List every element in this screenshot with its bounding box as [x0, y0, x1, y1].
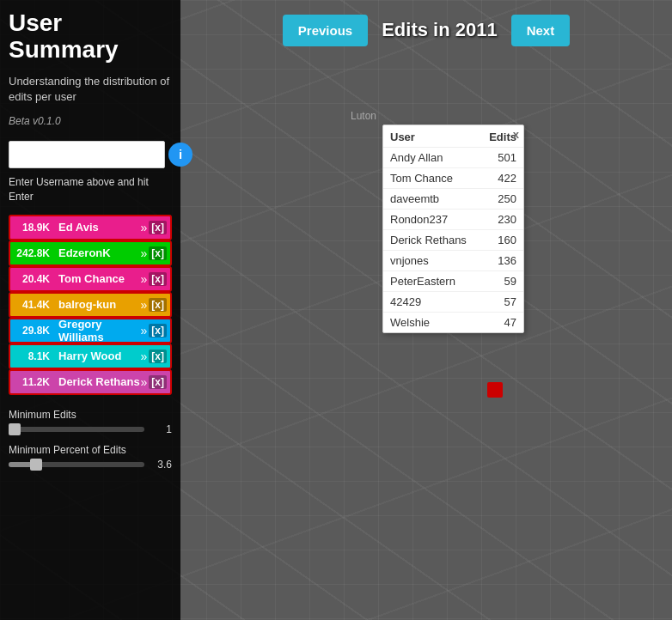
- min-percent-label: Minimum Percent of Edits: [9, 444, 172, 456]
- min-percent-slider-row: 3.6: [9, 459, 172, 471]
- map-marker: [487, 382, 503, 398]
- app-subtitle: Understanding the distribution of edits …: [9, 74, 172, 105]
- user-row-count: 11.2K: [10, 376, 55, 388]
- info-icon[interactable]: i: [168, 143, 192, 167]
- user-row-count: 41.4K: [10, 299, 55, 311]
- user-row[interactable]: 29.8KGregory Williams»[x]: [9, 318, 172, 343]
- search-row: i: [9, 141, 172, 168]
- user-row-arrow-icon[interactable]: »: [141, 375, 148, 389]
- popup-row-edits: 250: [480, 189, 523, 210]
- user-row-remove-button[interactable]: [x]: [149, 272, 167, 286]
- user-row-name: Ed Avis: [55, 221, 141, 234]
- popup-row: vnjones136: [383, 251, 523, 271]
- user-row-arrow-icon[interactable]: »: [141, 246, 148, 260]
- user-row-name: balrog-kun: [55, 298, 141, 311]
- popup-row-user: Rondon237: [383, 210, 480, 230]
- user-row[interactable]: 11.2KDerick Rethans»[x]: [9, 369, 172, 395]
- user-row-remove-button[interactable]: [x]: [149, 324, 167, 337]
- popup-row-edits: 57: [480, 292, 523, 313]
- popup-row-user: Derick Rethans: [383, 230, 480, 251]
- min-edits-slider-row: 1: [9, 423, 172, 435]
- popup-row-user: Andy Allan: [383, 148, 480, 168]
- popup-table: User Edits Andy Allan501Tom Chance422dav…: [383, 125, 523, 332]
- min-percent-value: 3.6: [151, 459, 172, 471]
- user-row[interactable]: 8.1KHarry Wood»[x]: [9, 343, 172, 369]
- user-row-count: 20.4K: [10, 273, 55, 285]
- user-row-name: Tom Chance: [55, 272, 141, 285]
- popup-row-edits: 422: [480, 168, 523, 189]
- user-row-count: 29.8K: [10, 325, 55, 337]
- popup-row-edits: 501: [480, 148, 523, 168]
- prev-button[interactable]: Previous: [283, 15, 368, 46]
- popup-col-user: User: [383, 125, 480, 148]
- year-label: Edits in 2011: [382, 19, 498, 41]
- popup-tbody: Andy Allan501Tom Chance422daveemtb250Ron…: [383, 148, 523, 333]
- popup-row: Derick Rethans160: [383, 230, 523, 251]
- popup-row-edits: 136: [480, 251, 523, 271]
- user-row[interactable]: 41.4Kbalrog-kun»[x]: [9, 292, 172, 318]
- popup-row-user: PeterEastern: [383, 271, 480, 292]
- sidebar: User Summary Understanding the distribut…: [0, 0, 180, 620]
- user-list: 18.9KEd Avis»[x]242.8KEdzeronK»[x]20.4KT…: [9, 215, 172, 395]
- user-row-arrow-icon[interactable]: »: [141, 272, 148, 286]
- popup-close-button[interactable]: x: [513, 128, 519, 141]
- popup-row-user: 42429: [383, 292, 480, 313]
- min-edits-label: Minimum Edits: [9, 409, 172, 421]
- popup-row-edits: 160: [480, 230, 523, 251]
- user-row-remove-button[interactable]: [x]: [149, 246, 167, 260]
- user-row-arrow-icon[interactable]: »: [141, 298, 148, 312]
- app-title: User Summary: [9, 10, 172, 64]
- popup-row: Rondon237230: [383, 210, 523, 230]
- popup-row-edits: 59: [480, 271, 523, 292]
- popup-row: PeterEastern59: [383, 271, 523, 292]
- popup-row: Welshie47: [383, 313, 523, 333]
- map-label-luton: Luton: [351, 110, 376, 122]
- user-row-arrow-icon[interactable]: »: [141, 221, 148, 234]
- min-percent-track[interactable]: [9, 462, 144, 467]
- popup-row: Andy Allan501: [383, 148, 523, 168]
- popup-row: daveemtb250: [383, 189, 523, 210]
- search-hint: Enter Username above and hit Enter: [9, 175, 172, 204]
- min-edits-value: 1: [151, 423, 172, 435]
- min-edits-track[interactable]: [9, 427, 144, 432]
- user-row-name: Derick Rethans: [55, 375, 141, 388]
- user-row-name: EdzeronK: [55, 246, 141, 259]
- sliders-section: Minimum Edits 1 Minimum Percent of Edits…: [9, 409, 172, 479]
- user-row-arrow-icon[interactable]: »: [141, 350, 148, 363]
- user-row-count: 242.8K: [10, 247, 55, 259]
- user-row-name: Harry Wood: [55, 350, 141, 362]
- user-row-count: 18.9K: [10, 222, 55, 234]
- popup-row: Tom Chance422: [383, 168, 523, 189]
- next-button[interactable]: Next: [511, 15, 571, 46]
- user-row-remove-button[interactable]: [x]: [149, 221, 167, 234]
- user-row[interactable]: 20.4KTom Chance»[x]: [9, 266, 172, 292]
- popup-row-edits: 230: [480, 210, 523, 230]
- popup-row-user: Tom Chance: [383, 168, 480, 189]
- user-row-remove-button[interactable]: [x]: [149, 350, 167, 363]
- popup-row: 4242957: [383, 292, 523, 313]
- user-row[interactable]: 242.8KEdzeronK»[x]: [9, 240, 172, 266]
- header: Previous Edits in 2011 Next: [180, 0, 672, 60]
- min-edits-thumb[interactable]: [9, 423, 21, 435]
- user-row-remove-button[interactable]: [x]: [149, 375, 167, 389]
- app-version: Beta v0.1.0: [9, 115, 172, 127]
- user-row[interactable]: 18.9KEd Avis»[x]: [9, 215, 172, 240]
- user-row-remove-button[interactable]: [x]: [149, 298, 167, 312]
- user-row-name: Gregory Williams: [55, 318, 141, 343]
- popup-row-edits: 47: [480, 313, 523, 333]
- user-row-count: 8.1K: [10, 350, 55, 362]
- popup-row-user: Welshie: [383, 313, 480, 333]
- popup: x User Edits Andy Allan501Tom Chance422d…: [382, 125, 524, 333]
- popup-row-user: daveemtb: [383, 189, 480, 210]
- user-row-arrow-icon[interactable]: »: [141, 324, 148, 337]
- min-percent-thumb[interactable]: [30, 459, 42, 471]
- min-percent-fill: [9, 462, 33, 467]
- popup-row-user: vnjones: [383, 251, 480, 271]
- search-input[interactable]: [9, 141, 165, 168]
